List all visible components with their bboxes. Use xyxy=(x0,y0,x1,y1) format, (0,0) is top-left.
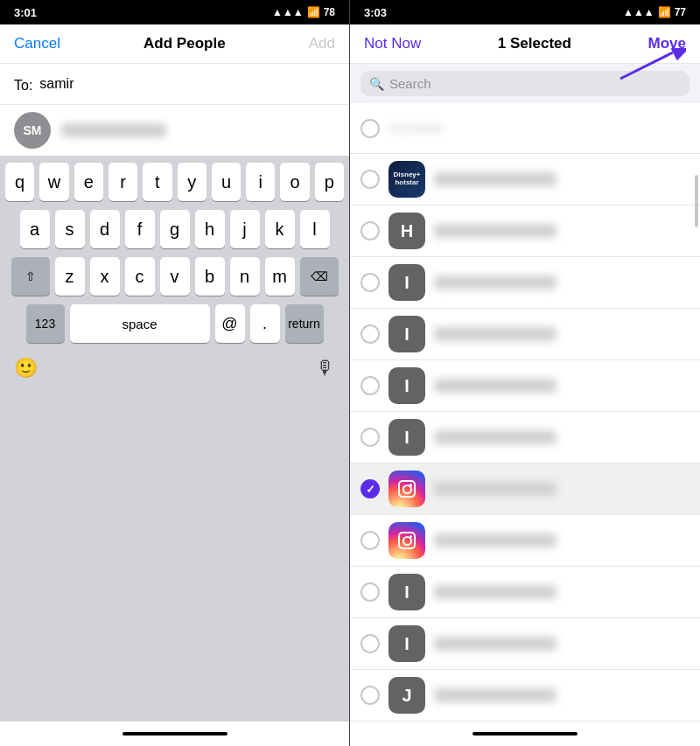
key-p[interactable]: p xyxy=(315,163,344,201)
app-icon-i6: I xyxy=(388,625,425,662)
list-item-i1[interactable]: I xyxy=(350,257,700,309)
signal-icon-right: ▲▲▲ xyxy=(623,6,654,18)
instagram-symbol xyxy=(398,480,416,498)
list-item-i4[interactable]: I xyxy=(350,412,700,464)
key-space[interactable]: space xyxy=(70,304,210,343)
instagram-dot xyxy=(410,484,412,486)
key-dot[interactable]: . xyxy=(250,304,280,343)
keyboard-row-1: q w e r t y u i o p xyxy=(0,163,349,201)
radio-i1[interactable] xyxy=(360,273,380,292)
key-s[interactable]: s xyxy=(55,210,85,248)
key-z[interactable]: z xyxy=(55,257,85,296)
list-item-i3[interactable]: I xyxy=(350,360,700,412)
key-o[interactable]: o xyxy=(280,163,309,201)
list-item-i2[interactable]: I xyxy=(350,309,700,360)
list-item-j1[interactable]: J xyxy=(350,670,700,722)
status-icons-left: ▲▲▲ 📶 78 xyxy=(272,6,335,18)
add-button[interactable]: Add xyxy=(309,35,335,52)
radio-phone[interactable] xyxy=(360,119,380,138)
scrollbar[interactable] xyxy=(695,175,698,227)
battery-left: 78 xyxy=(324,6,335,18)
app-icon-i1: I xyxy=(388,264,425,301)
wifi-icon-right: 📶 xyxy=(658,6,671,18)
key-g[interactable]: g xyxy=(160,210,190,248)
list-item-h[interactable]: H xyxy=(350,206,700,257)
list-item-hotstar[interactable]: Disney+hotstar xyxy=(350,154,700,206)
key-q[interactable]: q xyxy=(5,163,34,201)
i1-app-name xyxy=(434,275,556,289)
key-e[interactable]: e xyxy=(74,163,103,201)
mic-icon[interactable]: 🎙 xyxy=(316,357,335,380)
list-item-i5[interactable]: I xyxy=(350,567,700,618)
app-icon-i3: I xyxy=(388,367,425,404)
status-icons-right: ▲▲▲ 📶 77 xyxy=(623,6,686,18)
key-u[interactable]: u xyxy=(212,163,241,201)
key-d[interactable]: d xyxy=(90,210,120,248)
radio-i6[interactable] xyxy=(360,634,380,653)
key-at[interactable]: @ xyxy=(215,304,245,343)
i6-app-name xyxy=(434,637,556,651)
shift-key[interactable]: ⇧ xyxy=(11,257,50,296)
key-c[interactable]: c xyxy=(125,257,155,296)
radio-h[interactable] xyxy=(360,221,380,241)
radio-hotstar[interactable] xyxy=(360,170,380,189)
check-icon: ✓ xyxy=(366,483,375,496)
cancel-button[interactable]: Cancel xyxy=(14,35,60,52)
key-y[interactable]: y xyxy=(178,163,206,201)
app-icon-i5: I xyxy=(388,574,425,610)
key-b[interactable]: b xyxy=(195,257,225,296)
key-f[interactable]: f xyxy=(125,210,155,248)
h-app-name xyxy=(434,224,556,238)
wifi-icon-left: 📶 xyxy=(307,6,320,18)
i2-app-name xyxy=(434,327,556,341)
key-x[interactable]: x xyxy=(90,257,120,296)
radio-i5[interactable] xyxy=(360,582,380,602)
key-r[interactable]: r xyxy=(108,163,137,201)
list-item-instagram-selected[interactable]: ✓ xyxy=(350,464,700,515)
key-m[interactable]: m xyxy=(265,257,295,296)
instagram-dot-2 xyxy=(410,535,412,538)
keyboard-row-4: 123 space @ . return xyxy=(0,304,349,343)
to-input[interactable] xyxy=(39,73,335,95)
app-icon-h: H xyxy=(388,213,425,249)
key-i[interactable]: i xyxy=(246,163,275,201)
i5-app-name xyxy=(434,585,556,599)
radio-instagram2[interactable] xyxy=(360,531,380,550)
radio-instagram-selected[interactable]: ✓ xyxy=(360,479,380,498)
contact-chip: SM xyxy=(0,105,349,156)
key-return[interactable]: return xyxy=(285,304,324,343)
key-l[interactable]: l xyxy=(300,210,330,248)
key-h[interactable]: h xyxy=(195,210,225,248)
key-j[interactable]: j xyxy=(230,210,260,248)
hotstar-label: Disney+hotstar xyxy=(394,171,421,187)
key-t[interactable]: t xyxy=(143,163,172,201)
key-123[interactable]: 123 xyxy=(26,304,65,343)
contact-name xyxy=(61,123,166,137)
radio-j1[interactable] xyxy=(360,686,380,705)
not-now-button[interactable]: Not Now xyxy=(364,35,421,52)
emoji-icon[interactable]: 🙂 xyxy=(14,357,38,380)
radio-i2[interactable] xyxy=(360,324,380,344)
list-item-instagram2[interactable] xyxy=(350,515,700,567)
right-panel: 3:03 ▲▲▲ 📶 77 Not Now 1 Selected Move 🔍 xyxy=(350,0,700,746)
key-k[interactable]: k xyxy=(265,210,295,248)
svg-line-1 xyxy=(620,52,673,79)
time-right: 3:03 xyxy=(364,6,387,19)
home-bar-left xyxy=(122,732,228,736)
status-bar-right: 3:03 ▲▲▲ 📶 77 xyxy=(350,0,700,24)
key-a[interactable]: a xyxy=(20,210,50,248)
home-indicator-left xyxy=(0,722,349,746)
radio-i4[interactable] xyxy=(360,428,380,447)
signal-icon-left: ▲▲▲ xyxy=(272,6,304,18)
key-n[interactable]: n xyxy=(230,257,260,296)
app-icon-j1: J xyxy=(388,677,425,714)
home-indicator-right xyxy=(350,722,700,746)
to-label: To: xyxy=(14,73,32,94)
search-input[interactable]: Search xyxy=(389,76,431,91)
key-v[interactable]: v xyxy=(160,257,190,296)
app-list: 63339396 Disney+hotstar H I I xyxy=(350,103,700,722)
radio-i3[interactable] xyxy=(360,376,380,395)
key-w[interactable]: w xyxy=(39,163,68,201)
list-item-i6[interactable]: I xyxy=(350,618,700,670)
delete-key[interactable]: ⌫ xyxy=(300,257,339,296)
